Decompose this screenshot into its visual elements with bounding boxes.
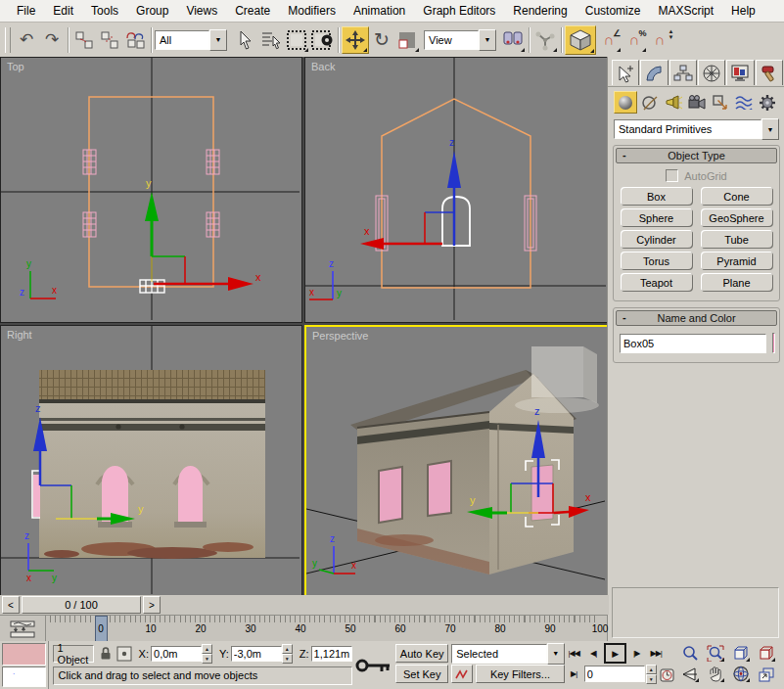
select-and-manipulate-icon[interactable] [532,27,558,53]
viewport-top-canvas[interactable]: y x y x z [1,58,300,320]
y-value-input[interactable] [231,646,282,662]
menu-customize[interactable]: Customize [576,1,650,21]
current-frame-input[interactable] [584,666,645,682]
spinner-snap-icon[interactable]: ∩▲▼ [647,27,672,53]
menu-rendering[interactable]: Rendering [504,1,576,21]
tube-button[interactable]: Tube [701,230,773,249]
motion-tab[interactable] [698,60,725,85]
key-mode-toggle-button[interactable]: ▶| [565,666,583,682]
chevron-down-icon[interactable]: ▼ [209,29,227,51]
undo-icon[interactable]: ↶ [14,27,39,53]
name-and-color-rollout-header[interactable]: - Name and Color [616,310,777,326]
zoom-all-icon[interactable] [706,645,725,663]
window-boxes-wireframe[interactable] [376,196,536,251]
select-and-link-icon[interactable] [71,27,97,53]
textured-house-wall[interactable] [39,370,265,559]
toolbar-grip[interactable] [5,27,11,53]
viewport-top[interactable]: Top [0,57,302,323]
key-icon[interactable] [355,655,392,676]
display-tab[interactable] [726,60,754,85]
pan-hand-icon[interactable] [706,666,725,683]
pink-window[interactable] [379,467,402,523]
viewport-top-label[interactable]: Top [7,61,24,72]
zoom-extents-all-icon[interactable] [757,645,776,663]
menu-animation[interactable]: Animation [345,1,414,21]
utilities-tab[interactable] [756,60,783,85]
lights-category[interactable] [663,92,684,113]
plane-button[interactable]: Plane [701,273,773,292]
y-spinner[interactable]: ▲▼ [282,644,293,664]
menu-file[interactable]: File [8,1,44,21]
set-key-button[interactable]: Set Key [395,665,448,683]
selection-filter-dropdown[interactable]: All ▼ [155,30,227,50]
absolute-offset-mode-icon[interactable] [116,645,132,663]
menu-graph-editors[interactable]: Graph Editors [414,1,504,21]
go-to-start-button[interactable]: |◀◀ [565,645,583,662]
create-tab[interactable] [612,60,639,85]
arc-rotate-icon[interactable] [731,666,751,683]
play-animation-button[interactable]: ▶ [604,643,626,664]
window-crossing-icon[interactable] [309,27,335,53]
object-type-rollout-header[interactable]: - Object Type [616,148,777,163]
cone-button[interactable]: Cone [701,187,773,206]
zoom-icon[interactable] [680,645,700,663]
snap-toggle-icon[interactable] [565,25,596,55]
min-max-toggle-icon[interactable] [757,666,776,683]
menu-maxscript[interactable]: MAXScript [649,1,722,21]
next-frame-button[interactable]: |▶ [627,645,646,662]
cylinder-button[interactable]: Cylinder [621,230,693,249]
selection-lock-icon[interactable] [97,645,113,663]
viewport-perspective[interactable]: Perspective [304,325,611,599]
select-and-rotate-icon[interactable]: ↻ [369,27,394,53]
menu-help[interactable]: Help [722,1,764,21]
go-to-end-button[interactable]: ▶▶| [647,645,666,662]
field-of-view-icon[interactable] [680,666,700,683]
use-pivot-point-center-icon[interactable] [500,27,526,53]
viewport-back[interactable]: Back z x [304,57,609,323]
viewport-perspective-label[interactable]: Perspective [312,330,368,342]
select-and-move-icon[interactable] [342,26,369,54]
frame-spinner[interactable]: ▲▼ [646,665,657,684]
viewport-right-label[interactable]: Right [7,329,32,341]
autogrid-checkbox[interactable] [666,169,678,182]
select-and-scale-icon[interactable] [394,27,420,53]
unlink-selection-icon[interactable] [97,27,122,53]
cameras-category[interactable] [686,92,708,113]
geometry-category[interactable] [614,91,637,114]
listener-macro-line[interactable] [2,643,46,666]
spacewarps-category[interactable] [733,92,755,113]
viewport-back-canvas[interactable]: z x z x y [305,58,606,320]
open-mini-curve-editor-button[interactable] [0,616,45,642]
menu-edit[interactable]: Edit [44,1,82,21]
object-color-swatch[interactable] [772,333,775,353]
systems-category[interactable] [757,92,778,113]
shapes-category[interactable] [639,92,661,113]
object-name-input[interactable] [620,334,766,353]
z-value-input[interactable] [311,646,352,662]
chevron-down-icon[interactable]: ▼ [761,118,779,140]
listener-script-line[interactable]: . [2,666,46,687]
menu-tools[interactable]: Tools [82,1,127,21]
time-configuration-icon[interactable] [658,666,677,683]
house-wireframe[interactable] [382,99,530,288]
zoom-extents-icon[interactable] [731,645,751,663]
viewport-right-canvas[interactable]: z y z x y [1,326,300,594]
menu-modifiers[interactable]: Modifiers [279,1,345,21]
move-gizmo[interactable]: y x [145,177,261,291]
menu-group[interactable]: Group [127,1,177,21]
menu-create[interactable]: Create [226,1,279,21]
helpers-category[interactable] [710,92,731,113]
x-value-input[interactable] [151,646,202,662]
angle-snap-icon[interactable]: ∩∠ [596,27,622,53]
pink-window[interactable] [428,461,451,516]
viewport-right[interactable]: Right [0,325,302,597]
auto-key-button[interactable]: Auto Key [395,644,448,663]
time-slider-handle[interactable]: 0 / 100 [22,596,141,614]
select-object-icon[interactable] [233,27,258,53]
geosphere-button[interactable]: GeoSphere [701,208,773,227]
viewport-perspective-canvas[interactable]: z x y z x y [306,327,605,593]
move-gizmo[interactable]: z x [360,136,461,250]
next-frame-button[interactable]: > [143,596,161,614]
previous-frame-button[interactable]: < [2,596,20,614]
pyramid-button[interactable]: Pyramid [701,252,773,270]
